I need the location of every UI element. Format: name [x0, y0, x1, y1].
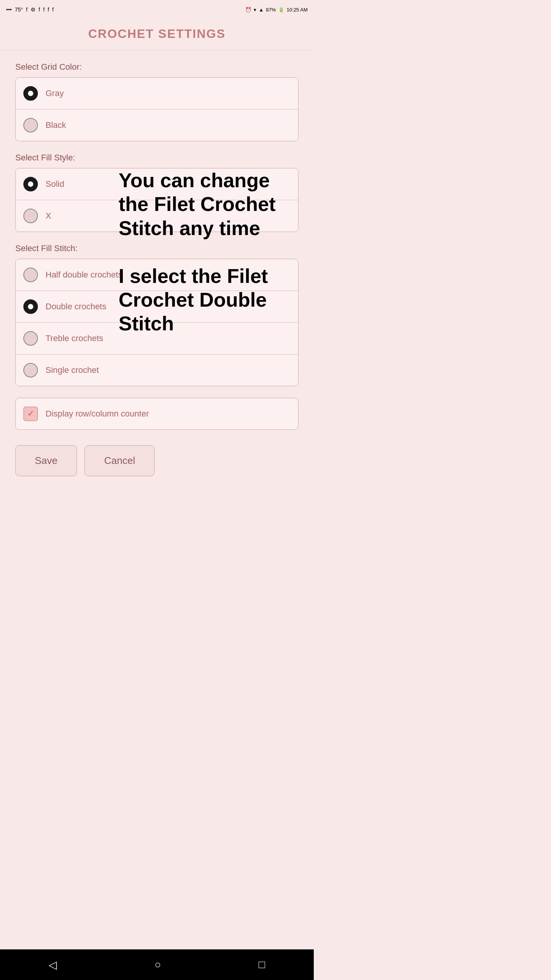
radio-circle-half-double	[23, 268, 38, 282]
grid-color-group: Gray Black	[15, 77, 298, 141]
bottom-nav-bar: ◁ ○ □	[0, 949, 314, 980]
facebook-icon-1: f	[26, 7, 28, 13]
facebook-icon-5: f	[52, 7, 54, 13]
recent-button[interactable]: □	[259, 959, 265, 971]
battery-icon: 🔋	[278, 7, 284, 13]
wifi-icon: ▾	[254, 7, 256, 13]
status-bar-right: ⏰ ▾ ▲ 87% 🔋 10:25 AM	[245, 7, 308, 13]
fill-stitch-label: Select Fill Stitch:	[15, 243, 298, 253]
battery-percent: 87%	[266, 7, 276, 13]
radio-item-x[interactable]: X	[16, 200, 298, 232]
alarm-icon: ⏰	[245, 7, 251, 13]
app-header: CROCHET SETTINGS	[0, 19, 314, 51]
checkbox-group: Display row/column counter	[15, 398, 298, 430]
radio-item-gray[interactable]: Gray	[16, 78, 298, 109]
checkbox-item-counter[interactable]: Display row/column counter	[16, 398, 298, 430]
radio-item-solid[interactable]: Solid	[16, 168, 298, 200]
radio-item-black[interactable]: Black	[16, 109, 298, 141]
fill-stitch-group: Half double crochets Double crochets Tre…	[15, 259, 298, 386]
status-bar: ••• 75° f ⚙ f f f f ⏰ ▾ ▲ 87% 🔋 10:25 AM	[0, 0, 314, 19]
radio-label-x: X	[46, 211, 51, 221]
fill-style-label: Select Fill Style:	[15, 153, 298, 163]
radio-label-solid: Solid	[46, 179, 64, 189]
radio-item-double[interactable]: Double crochets	[16, 291, 298, 323]
save-button[interactable]: Save	[15, 445, 77, 476]
radio-item-half-double[interactable]: Half double crochets	[16, 259, 298, 291]
button-row: Save Cancel	[15, 445, 298, 476]
radio-circle-treble	[23, 331, 38, 346]
facebook-icon-4: f	[48, 7, 49, 13]
radio-item-single[interactable]: Single crochet	[16, 354, 298, 386]
clock: 10:25 AM	[287, 7, 308, 13]
facebook-icon-2: f	[39, 7, 40, 13]
radio-label-single: Single crochet	[46, 365, 99, 375]
cancel-button[interactable]: Cancel	[85, 445, 155, 476]
fill-style-group: Solid X	[15, 168, 298, 232]
radio-circle-single	[23, 363, 38, 377]
radio-label-half-double: Half double crochets	[46, 270, 122, 280]
status-bar-left: ••• 75° f ⚙ f f f f	[6, 7, 54, 13]
checkbox-label-counter: Display row/column counter	[46, 409, 149, 419]
radio-item-treble[interactable]: Treble crochets	[16, 323, 298, 354]
home-button[interactable]: ○	[155, 959, 161, 971]
radio-circle-x	[23, 209, 38, 223]
back-button[interactable]: ◁	[49, 959, 57, 971]
radio-circle-double	[23, 299, 38, 314]
radio-circle-gray	[23, 86, 38, 101]
radio-circle-black	[23, 118, 38, 132]
signal-icon: ▲	[259, 7, 264, 13]
grid-color-label: Select Grid Color:	[15, 62, 298, 72]
radio-label-gray: Gray	[46, 88, 64, 98]
page-title: CROCHET SETTINGS	[0, 27, 314, 41]
radio-label-treble: Treble crochets	[46, 333, 103, 343]
notification-dots: •••	[6, 7, 12, 13]
checkbox-box-counter	[23, 407, 38, 421]
main-content: Select Grid Color: Gray Black Select Fil…	[0, 51, 314, 503]
radio-label-double: Double crochets	[46, 302, 106, 312]
temperature: 75°	[15, 7, 23, 13]
app-icon-2: ⚙	[31, 7, 36, 13]
radio-label-black: Black	[46, 120, 66, 130]
radio-circle-solid	[23, 177, 38, 191]
facebook-icon-3: f	[43, 7, 45, 13]
